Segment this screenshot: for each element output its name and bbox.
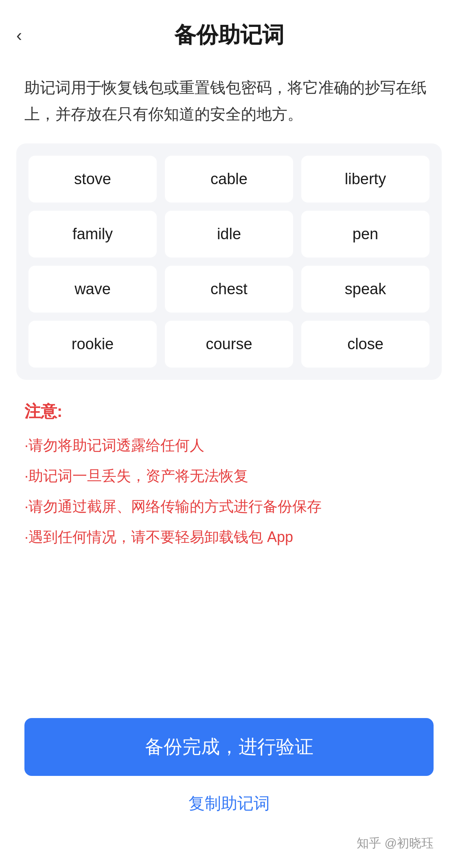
mnemonic-word-1: stove <box>28 156 157 203</box>
back-button[interactable]: ‹ <box>16 27 22 44</box>
watermark: 知乎 @初晓珏 <box>0 827 458 868</box>
copy-mnemonic-button[interactable]: 复制助记词 <box>188 788 270 819</box>
mnemonic-word-2: cable <box>165 156 293 203</box>
notice-item-3: ·请勿通过截屏、网络传输的方式进行备份保存 <box>24 493 434 520</box>
description-text: 助记词用于恢复钱包或重置钱包密码，将它准确的抄写在纸上，并存放在只有你知道的安全… <box>0 58 458 143</box>
mnemonic-word-12: close <box>301 321 430 368</box>
notice-section: 注意: ·请勿将助记词透露给任何人·助记词一旦丢失，资产将无法恢复·请勿通过截屏… <box>0 380 458 562</box>
mnemonic-grid: stovecablelibertyfamilyidlepenwavechests… <box>28 156 430 368</box>
notice-title: 注意: <box>24 400 434 423</box>
confirm-button[interactable]: 备份完成，进行验证 <box>24 718 434 776</box>
mnemonic-word-9: speak <box>301 266 430 313</box>
mnemonic-word-8: chest <box>165 266 293 313</box>
mnemonic-word-4: family <box>28 211 157 258</box>
page-title: 备份助记词 <box>174 20 284 50</box>
mnemonic-word-7: wave <box>28 266 157 313</box>
mnemonic-word-11: course <box>165 321 293 368</box>
bottom-area: 备份完成，进行验证 复制助记词 <box>0 706 458 827</box>
mnemonic-word-10: rookie <box>28 321 157 368</box>
mnemonic-word-6: pen <box>301 211 430 258</box>
header: ‹ 备份助记词 <box>0 0 458 58</box>
notice-item-2: ·助记词一旦丢失，资产将无法恢复 <box>24 463 434 489</box>
notice-items: ·请勿将助记词透露给任何人·助记词一旦丢失，资产将无法恢复·请勿通过截屏、网络传… <box>24 432 434 550</box>
mnemonic-word-3: liberty <box>301 156 430 203</box>
mnemonic-word-5: idle <box>165 211 293 258</box>
mnemonic-grid-container: stovecablelibertyfamilyidlepenwavechests… <box>16 143 442 380</box>
notice-item-4: ·遇到任何情况，请不要轻易卸载钱包 App <box>24 524 434 551</box>
notice-item-1: ·请勿将助记词透露给任何人 <box>24 432 434 459</box>
